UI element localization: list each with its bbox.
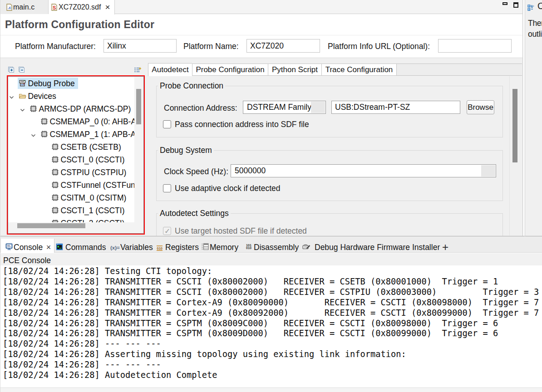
console-tabbar: Console×Commands(x)=Variables010Register… [0, 236, 542, 253]
console-icon [5, 243, 13, 252]
view-menu-icon[interactable] [134, 66, 142, 76]
svg-text:010: 010 [157, 246, 163, 250]
memory-icon [202, 243, 209, 252]
debug-system-group-title: Debug System [158, 146, 214, 155]
connection-type-combo[interactable]: DSTREAM Family [243, 101, 326, 114]
application-window: .c main.c S XC7Z020.sdf × Platform Confi… [0, 0, 542, 392]
close-icon[interactable]: × [45, 242, 52, 253]
svg-text:S: S [53, 5, 56, 10]
autodetect-settings-group-title: Autodetect Settings [158, 209, 231, 218]
use-target-hosted-sdf-checkbox: ✓ [163, 227, 171, 235]
console-text: [18/02/24 14:26:28] Testing CTI topology… [3, 266, 539, 381]
console-tab-variables[interactable]: Variables [120, 242, 153, 253]
connection-address-label: Connection Address: [164, 103, 237, 113]
variables-icon: (x)= [110, 244, 120, 252]
editor-tab-main-c[interactable]: .c main.c [0, 0, 49, 14]
combo-dropdown-button[interactable] [481, 165, 495, 176]
editor-tab-xc7z020-sdf[interactable]: S XC7Z020.sdf × [49, 0, 115, 15]
console-tab-registers[interactable]: Registers [165, 242, 199, 253]
browse-button[interactable]: Browse [467, 100, 494, 114]
console-tab-commands[interactable]: Commands [65, 242, 106, 253]
outline-icon [527, 5, 534, 13]
page-title: Platform Configuration Editor [5, 19, 154, 31]
clock-speed-combo[interactable]: 5000000 [231, 164, 496, 177]
editor-tab-label: main.c [13, 2, 34, 13]
red-annotation-box [7, 75, 145, 235]
combo-dropdown-button[interactable] [311, 102, 325, 113]
platform-info-url-input[interactable] [438, 39, 512, 53]
console-output[interactable]: [18/02/24 14:26:28] Testing CTI topology… [0, 265, 542, 387]
check-mark-icon: ✓ [164, 227, 170, 235]
console-tab-disassembly[interactable]: Disassembly [254, 242, 299, 253]
sdf-file-icon: S [51, 4, 57, 13]
use-adaptive-clock-checkbox[interactable] [163, 184, 171, 192]
use-adaptive-clock-label: Use adaptive clock if detected [175, 183, 281, 194]
config-tab-autodetect[interactable]: Autodetect [148, 63, 192, 76]
clock-speed-label: Clock Speed (Hz): [164, 166, 228, 177]
firmware-icon [302, 243, 310, 252]
connection-address-input[interactable]: USB:DStream-PT-SZ [331, 101, 460, 114]
config-tab-trace-configuration[interactable]: Trace Configuration [321, 64, 397, 76]
divider [0, 35, 522, 35]
pass-connection-address-checkbox[interactable] [163, 120, 171, 128]
maximize-icon[interactable] [513, 2, 518, 8]
svg-text:(x)=: (x)= [110, 245, 120, 250]
connection-type-value: DSTREAM Family [247, 101, 311, 113]
editor-tab-label: XC7Z020.sdf [59, 2, 101, 13]
console-title: PCE Console [3, 255, 51, 266]
close-icon[interactable]: × [104, 2, 111, 13]
add-view-button[interactable]: + [441, 240, 450, 254]
console-tab-debug-hardware-firmware-installer[interactable]: Debug Hardware Firmware Installer [315, 242, 440, 253]
platform-manufacturer-label: Platform Manufacturer: [15, 41, 96, 52]
console-horizontal-scrollbar[interactable] [0, 387, 542, 392]
use-target-hosted-sdf-label: Use target hosted SDF file if detected [175, 225, 307, 236]
expand-all-icon[interactable] [8, 67, 15, 75]
console-title-row: PCE Console [0, 253, 542, 265]
platform-info-url-label: Platform Info URL (Optional): [328, 41, 430, 52]
window-edge [0, 0, 0, 392]
editor-vertical-scrollbar-thumb[interactable] [512, 89, 517, 162]
outline-view: Outline There outline. [525, 0, 542, 236]
svg-text:010: 010 [246, 246, 251, 250]
collapse-all-icon[interactable] [19, 67, 25, 75]
c-file-icon: .c [6, 4, 12, 13]
minimize-icon[interactable] [503, 2, 508, 5]
console-tab-memory[interactable]: Memory [210, 242, 238, 253]
outline-tab[interactable]: Outline [537, 1, 542, 11]
config-tab-probe-configuration[interactable]: Probe Configuration [192, 64, 268, 76]
disassembly-icon: 101010 [245, 243, 252, 251]
registers-icon: 010 [156, 245, 163, 253]
config-tab-python-script[interactable]: Python Script [268, 64, 321, 76]
svg-text:.c: .c [8, 5, 11, 10]
platform-name-label: Platform Name: [183, 41, 239, 52]
config-tabbar-filler [397, 64, 522, 76]
console-tab-console[interactable]: Console [14, 242, 43, 253]
divider [509, 76, 510, 235]
commands-icon [56, 243, 63, 252]
platform-name-input[interactable]: XC7Z020 [246, 39, 320, 53]
clock-speed-value: 5000000 [235, 165, 266, 177]
platform-manufacturer-input[interactable]: Xilinx [103, 39, 177, 53]
pass-connection-address-label: Pass connection address into SDF file [175, 119, 309, 130]
outline-message-line: There [528, 19, 542, 28]
configuration-tabbar: AutodetectProbe ConfigurationPython Scri… [148, 63, 522, 76]
probe-connection-group-title: Probe Connection [158, 81, 225, 90]
outline-message-line: outline. [528, 29, 542, 39]
